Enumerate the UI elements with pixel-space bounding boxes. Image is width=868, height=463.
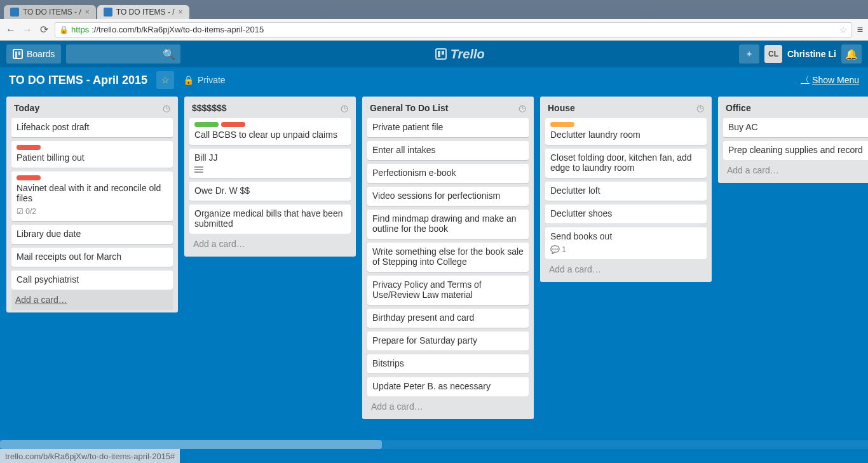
trello-logo[interactable]: Trello <box>435 47 485 62</box>
card[interactable]: Update Peter B. as necessary <box>367 377 529 396</box>
card[interactable]: Declutter shoes <box>545 205 707 224</box>
list-title[interactable]: Office <box>726 103 751 113</box>
boards-icon <box>13 49 23 59</box>
card-text: Lifehack post draft <box>17 122 168 132</box>
add-card-button[interactable]: Add a card… <box>723 160 868 180</box>
board-canvas[interactable]: Today◷Lifehack post draftPatient billing… <box>0 93 868 463</box>
list: $$$$$$$◷Call BCBS to clear up unpaid cla… <box>184 97 356 257</box>
tab-close-icon[interactable]: × <box>179 8 183 17</box>
logo-mark-icon <box>435 48 447 60</box>
card-label <box>550 122 574 127</box>
logo-text: Trello <box>451 47 485 62</box>
card[interactable]: Prepare for Saturday party <box>367 332 529 351</box>
card-text: Buy AC <box>728 122 868 132</box>
tab-close-icon[interactable]: × <box>85 8 90 17</box>
card[interactable]: Private patient file <box>367 118 529 137</box>
lock-icon: 🔒 <box>183 75 194 85</box>
search-input[interactable]: 🔍 <box>66 44 180 64</box>
card[interactable]: Organize medical bills that have been su… <box>189 205 351 234</box>
favicon-icon <box>10 8 19 17</box>
card[interactable]: Navinet deal with it and reconcile old f… <box>11 171 173 221</box>
card-text: Declutter laundry room <box>550 130 702 140</box>
card[interactable]: Video sessions for perfectionism <box>367 187 529 206</box>
horizontal-scrollbar[interactable] <box>0 440 868 449</box>
list-title[interactable]: $$$$$$$ <box>192 103 227 113</box>
card-text: Enter all intakes <box>372 145 524 155</box>
board-header: TO DO ITEMS - April 2015 ☆ 🔒 Private 〈 S… <box>0 67 868 93</box>
card[interactable]: Library due date <box>11 225 173 244</box>
board-title[interactable]: TO DO ITEMS - April 2015 <box>9 74 147 87</box>
bookmark-star-icon[interactable]: ☆ <box>839 25 848 35</box>
show-menu-button[interactable]: 〈 Show Menu <box>801 74 859 86</box>
card[interactable]: Perfectionism e-book <box>367 164 529 183</box>
notifications-button[interactable]: 🔔 <box>841 44 862 64</box>
card-text: Perfectionism e-book <box>372 168 524 178</box>
browser-toolbar: ← → ⟳ 🔒 https://trello.com/b/kRa6pjXw/to… <box>0 19 868 41</box>
boards-button[interactable]: Boards <box>6 44 61 64</box>
star-board-button[interactable]: ☆ <box>156 71 174 89</box>
card[interactable]: Prep cleaning supplies and record <box>723 141 868 160</box>
user-name[interactable]: Christine Li <box>787 49 836 59</box>
lock-icon: 🔒 <box>59 25 69 34</box>
card[interactable]: Closet folding door, kitchen fan, add ed… <box>545 149 707 178</box>
card[interactable]: Call psychiatrist <box>11 271 173 290</box>
card[interactable]: Lifehack post draft <box>11 118 173 137</box>
browser-status-bar: trello.com/b/kRa6pjXw/to-do-items-april-… <box>0 449 180 463</box>
list-title[interactable]: House <box>548 103 575 113</box>
url-scheme: https <box>71 25 89 34</box>
card[interactable]: Declutter loft <box>545 182 707 201</box>
card[interactable]: Bill JJ <box>189 149 351 178</box>
browser-tabstrip: TO DO ITEMS - / × TO DO ITEMS - / × <box>0 0 868 19</box>
forward-icon[interactable]: → <box>22 24 33 36</box>
list-menu-icon[interactable]: ◷ <box>519 103 526 113</box>
card-label <box>194 122 219 127</box>
card[interactable]: Call BCBS to clear up unpaid claims <box>189 118 351 145</box>
card[interactable]: Buy AC <box>723 118 868 137</box>
card[interactable]: Write something else for the book sale o… <box>367 243 529 272</box>
back-icon[interactable]: ← <box>5 24 17 36</box>
list-menu-icon[interactable]: ◷ <box>163 103 170 113</box>
card-label <box>17 175 41 180</box>
card-list: Call BCBS to clear up unpaid claimsBill … <box>189 118 351 234</box>
privacy-indicator[interactable]: 🔒 Private <box>183 75 226 85</box>
show-menu-label: Show Menu <box>812 75 859 85</box>
card-text: Declutter loft <box>550 185 702 196</box>
tab-title: TO DO ITEMS - / <box>23 8 81 17</box>
address-bar[interactable]: 🔒 https://trello.com/b/kRa6pjXw/to-do-it… <box>55 22 852 37</box>
card[interactable]: Enter all intakes <box>367 141 529 160</box>
boards-label: Boards <box>27 49 55 59</box>
card[interactable]: Owe Dr. W $$ <box>189 182 351 201</box>
browser-tab-0[interactable]: TO DO ITEMS - / × <box>4 5 96 19</box>
card-text: Declutter shoes <box>550 208 702 218</box>
card[interactable]: Mail receipts out for March <box>11 248 173 267</box>
add-card-button[interactable]: Add a card… <box>545 259 707 279</box>
card-text: Prep cleaning supplies and record <box>728 145 868 155</box>
browser-tab-1[interactable]: TO DO ITEMS - / × <box>97 5 189 19</box>
add-card-button[interactable]: Add a card… <box>189 234 351 254</box>
card[interactable]: Send books out💬 1 <box>545 227 707 259</box>
add-card-button[interactable]: Add a card… <box>367 396 529 417</box>
comments-badge: 💬 1 <box>550 245 566 254</box>
card[interactable]: Patient billing out <box>11 141 173 168</box>
card[interactable]: Birthday present and card <box>367 309 529 328</box>
add-card-button[interactable]: Add a card… <box>11 290 173 310</box>
card-text: Call BCBS to clear up unpaid claims <box>194 130 346 140</box>
card-text: Patient billing out <box>17 152 168 163</box>
card-text: Bitstrips <box>372 358 524 368</box>
list-title[interactable]: General To Do List <box>370 103 448 113</box>
card[interactable]: Privacy Policy and Terms of Use/Review L… <box>367 276 529 305</box>
card[interactable]: Bitstrips <box>367 354 529 373</box>
card-text: Private patient file <box>372 122 524 132</box>
favicon-icon <box>104 8 112 17</box>
card-text: Organize medical bills that have been su… <box>194 208 346 229</box>
add-button[interactable]: ＋ <box>739 44 759 64</box>
list-title[interactable]: Today <box>14 103 39 113</box>
list-menu-icon[interactable]: ◷ <box>696 103 704 113</box>
list: House◷Declutter laundry roomCloset foldi… <box>540 97 712 282</box>
card[interactable]: Declutter laundry room <box>545 118 707 145</box>
browser-menu-icon[interactable]: ≡ <box>857 24 863 36</box>
card[interactable]: Find mindmap drawing and make an outline… <box>367 210 529 239</box>
list-menu-icon[interactable]: ◷ <box>341 103 348 113</box>
reload-icon[interactable]: ⟳ <box>38 24 50 36</box>
avatar[interactable]: CL <box>764 45 782 63</box>
